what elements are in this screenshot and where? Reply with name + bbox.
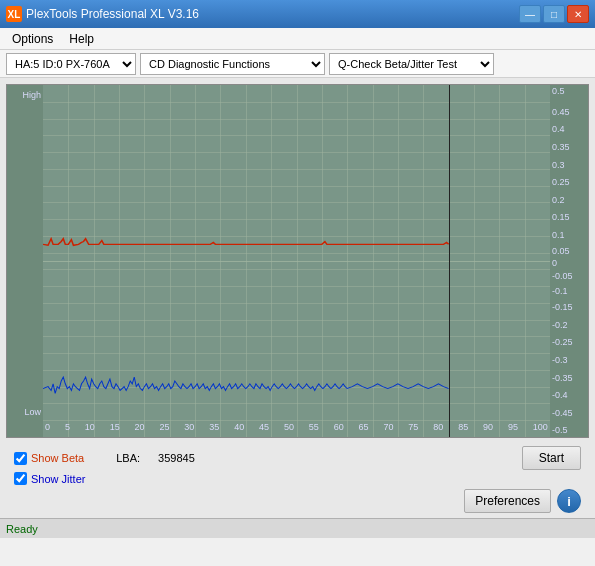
y-right-neg0.15: -0.15 bbox=[552, 303, 573, 312]
show-jitter-row: Show Jitter bbox=[14, 472, 85, 485]
y-right-0.25: 0.25 bbox=[552, 178, 570, 187]
y-right-neg0.5: -0.5 bbox=[552, 426, 568, 435]
y-right-0.3: 0.3 bbox=[552, 161, 565, 170]
preferences-button[interactable]: Preferences bbox=[464, 489, 551, 513]
y-right-0.05: 0.05 bbox=[552, 247, 570, 256]
y-right-0.45: 0.45 bbox=[552, 108, 570, 117]
app-icon: XL bbox=[6, 6, 22, 22]
show-jitter-label: Show Jitter bbox=[31, 473, 85, 485]
x-tick-15: 15 bbox=[110, 422, 120, 432]
x-tick-90: 90 bbox=[483, 422, 493, 432]
show-beta-row: Show Beta bbox=[14, 452, 84, 465]
x-tick-40: 40 bbox=[234, 422, 244, 432]
chart-container: High Low bbox=[6, 84, 589, 438]
x-tick-30: 30 bbox=[184, 422, 194, 432]
title-bar-left: XL PlexTools Professional XL V3.16 bbox=[6, 6, 199, 22]
status-text: Ready bbox=[6, 523, 38, 535]
y-right-neg0.25: -0.25 bbox=[552, 338, 573, 347]
lba-label: LBA: bbox=[116, 452, 140, 464]
function-select[interactable]: CD Diagnostic Functions bbox=[140, 53, 325, 75]
bottom-panel: Show Beta LBA: 359845 Start Show Jitter … bbox=[6, 442, 589, 512]
maximize-button[interactable]: □ bbox=[543, 5, 565, 23]
y-right-0.2: 0.2 bbox=[552, 196, 565, 205]
lba-value: 359845 bbox=[158, 452, 195, 464]
x-tick-85: 85 bbox=[458, 422, 468, 432]
toolbar: HA:5 ID:0 PX-760A CD Diagnostic Function… bbox=[0, 50, 595, 78]
x-tick-55: 55 bbox=[309, 422, 319, 432]
x-tick-0: 0 bbox=[45, 422, 50, 432]
chart-y-left: High Low bbox=[7, 85, 43, 437]
x-tick-95: 95 bbox=[508, 422, 518, 432]
x-tick-35: 35 bbox=[209, 422, 219, 432]
y-right-0: 0 bbox=[552, 259, 557, 268]
chart-x-axis: 0 5 10 15 20 25 30 35 40 45 50 55 60 65 … bbox=[43, 417, 550, 437]
y-right-neg0.05: -0.05 bbox=[552, 272, 573, 281]
title-bar-controls: — □ ✕ bbox=[519, 5, 589, 23]
x-tick-65: 65 bbox=[359, 422, 369, 432]
minimize-button[interactable]: — bbox=[519, 5, 541, 23]
bottom-row2: Show Jitter bbox=[14, 472, 581, 485]
chart-svg bbox=[43, 85, 550, 417]
menu-bar: Options Help bbox=[0, 28, 595, 50]
chart-low-label: Low bbox=[24, 408, 41, 417]
x-tick-80: 80 bbox=[433, 422, 443, 432]
y-right-neg0.45: -0.45 bbox=[552, 409, 573, 418]
bottom-row3: Preferences i bbox=[14, 489, 581, 513]
y-right-0.1: 0.1 bbox=[552, 231, 565, 240]
x-tick-70: 70 bbox=[383, 422, 393, 432]
test-select[interactable]: Q-Check Beta/Jitter Test bbox=[329, 53, 494, 75]
show-beta-label: Show Beta bbox=[31, 452, 84, 464]
y-right-0.4: 0.4 bbox=[552, 125, 565, 134]
chart-high-label: High bbox=[22, 91, 41, 100]
start-button[interactable]: Start bbox=[522, 446, 581, 470]
menu-options[interactable]: Options bbox=[4, 30, 61, 48]
show-beta-checkbox[interactable] bbox=[14, 452, 27, 465]
y-right-0.15: 0.15 bbox=[552, 213, 570, 222]
title-bar-text: PlexTools Professional XL V3.16 bbox=[26, 7, 199, 21]
y-right-neg0.35: -0.35 bbox=[552, 374, 573, 383]
close-button[interactable]: ✕ bbox=[567, 5, 589, 23]
device-select[interactable]: HA:5 ID:0 PX-760A bbox=[6, 53, 136, 75]
bottom-row1: Show Beta LBA: 359845 Start bbox=[14, 446, 581, 470]
x-tick-5: 5 bbox=[65, 422, 70, 432]
info-button[interactable]: i bbox=[557, 489, 581, 513]
x-tick-10: 10 bbox=[85, 422, 95, 432]
x-tick-20: 20 bbox=[135, 422, 145, 432]
chart-plot-area: 0 5 10 15 20 25 30 35 40 45 50 55 60 65 … bbox=[43, 85, 550, 437]
title-bar: XL PlexTools Professional XL V3.16 — □ ✕ bbox=[0, 0, 595, 28]
status-bar: Ready bbox=[0, 518, 595, 538]
y-right-neg0.3: -0.3 bbox=[552, 356, 568, 365]
x-tick-75: 75 bbox=[408, 422, 418, 432]
x-tick-50: 50 bbox=[284, 422, 294, 432]
y-right-neg0.2: -0.2 bbox=[552, 321, 568, 330]
chart-y-right: 0.5 0.45 0.4 0.35 0.3 0.25 0.2 0.15 0.1 … bbox=[550, 85, 588, 437]
x-tick-60: 60 bbox=[334, 422, 344, 432]
y-right-0.35: 0.35 bbox=[552, 143, 570, 152]
y-right-neg0.4: -0.4 bbox=[552, 391, 568, 400]
x-tick-25: 25 bbox=[159, 422, 169, 432]
x-tick-45: 45 bbox=[259, 422, 269, 432]
bottom-left: Show Beta LBA: 359845 bbox=[14, 452, 195, 465]
main-content: High Low bbox=[0, 78, 595, 518]
y-right-0.5: 0.5 bbox=[552, 87, 565, 96]
show-jitter-checkbox[interactable] bbox=[14, 472, 27, 485]
menu-help[interactable]: Help bbox=[61, 30, 102, 48]
y-right-neg0.1: -0.1 bbox=[552, 287, 568, 296]
x-tick-100: 100 bbox=[533, 422, 548, 432]
